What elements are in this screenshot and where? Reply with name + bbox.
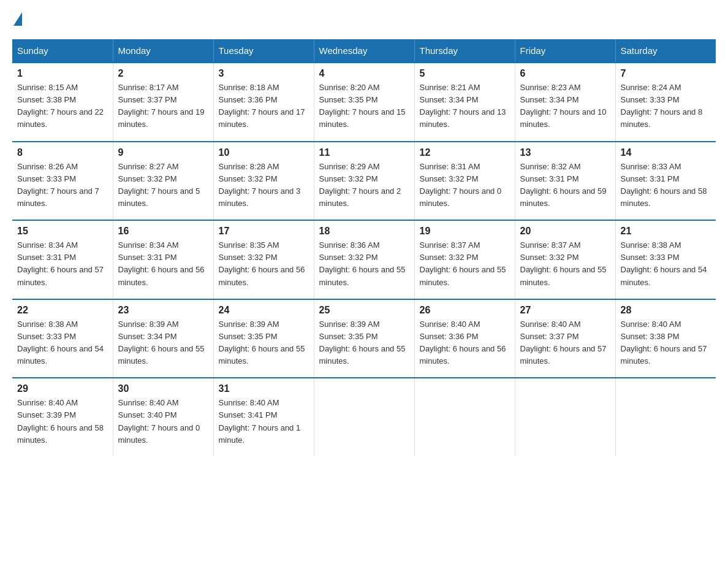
day-cell: 18 Sunrise: 8:36 AM Sunset: 3:32 PM Dayl… — [314, 220, 414, 299]
day-info: Sunrise: 8:40 AM Sunset: 3:39 PM Dayligh… — [17, 397, 108, 446]
day-info: Sunrise: 8:34 AM Sunset: 3:31 PM Dayligh… — [17, 239, 108, 289]
day-number: 7 — [621, 68, 711, 79]
day-number: 10 — [219, 147, 309, 158]
day-info: Sunrise: 8:35 AM Sunset: 3:32 PM Dayligh… — [219, 239, 309, 289]
day-cell — [414, 378, 515, 456]
day-cell: 10 Sunrise: 8:28 AM Sunset: 3:32 PM Dayl… — [213, 142, 314, 221]
day-cell: 16 Sunrise: 8:34 AM Sunset: 3:31 PM Dayl… — [113, 220, 213, 299]
day-number: 12 — [420, 147, 510, 158]
day-info: Sunrise: 8:23 AM Sunset: 3:34 PM Dayligh… — [520, 82, 610, 131]
day-number: 19 — [420, 226, 510, 237]
week-row-4: 22 Sunrise: 8:38 AM Sunset: 3:33 PM Dayl… — [12, 299, 716, 378]
day-cell: 19 Sunrise: 8:37 AM Sunset: 3:32 PM Dayl… — [414, 220, 515, 299]
day-info: Sunrise: 8:40 AM Sunset: 3:40 PM Dayligh… — [118, 397, 208, 446]
day-number: 13 — [520, 147, 610, 158]
calendar-table: SundayMondayTuesdayWednesdayThursdayFrid… — [12, 39, 716, 456]
day-cell: 3 Sunrise: 8:18 AM Sunset: 3:36 PM Dayli… — [213, 63, 314, 142]
day-number: 29 — [17, 383, 108, 394]
header-thursday: Thursday — [414, 39, 515, 63]
day-info: Sunrise: 8:24 AM Sunset: 3:33 PM Dayligh… — [621, 82, 711, 131]
day-cell: 22 Sunrise: 8:38 AM Sunset: 3:33 PM Dayl… — [12, 299, 113, 378]
day-cell: 13 Sunrise: 8:32 AM Sunset: 3:31 PM Dayl… — [515, 142, 615, 221]
day-info: Sunrise: 8:40 AM Sunset: 3:36 PM Dayligh… — [420, 318, 510, 368]
day-info: Sunrise: 8:39 AM Sunset: 3:34 PM Dayligh… — [118, 318, 208, 368]
day-number: 26 — [420, 305, 510, 316]
day-info: Sunrise: 8:31 AM Sunset: 3:32 PM Dayligh… — [420, 161, 510, 210]
day-cell: 25 Sunrise: 8:39 AM Sunset: 3:35 PM Dayl… — [314, 299, 414, 378]
week-row-3: 15 Sunrise: 8:34 AM Sunset: 3:31 PM Dayl… — [12, 220, 716, 299]
day-cell: 24 Sunrise: 8:39 AM Sunset: 3:35 PM Dayl… — [213, 299, 314, 378]
day-info: Sunrise: 8:40 AM Sunset: 3:41 PM Dayligh… — [219, 397, 309, 446]
day-cell — [515, 378, 615, 456]
day-number: 21 — [621, 226, 711, 237]
week-row-1: 1 Sunrise: 8:15 AM Sunset: 3:38 PM Dayli… — [12, 63, 716, 142]
week-row-2: 8 Sunrise: 8:26 AM Sunset: 3:33 PM Dayli… — [12, 142, 716, 221]
day-info: Sunrise: 8:38 AM Sunset: 3:33 PM Dayligh… — [621, 239, 711, 289]
day-number: 3 — [219, 68, 309, 79]
day-number: 30 — [118, 383, 208, 394]
day-number: 8 — [17, 147, 108, 158]
day-info: Sunrise: 8:36 AM Sunset: 3:32 PM Dayligh… — [319, 239, 409, 289]
day-info: Sunrise: 8:40 AM Sunset: 3:37 PM Dayligh… — [520, 318, 610, 368]
day-info: Sunrise: 8:40 AM Sunset: 3:38 PM Dayligh… — [621, 318, 711, 368]
day-info: Sunrise: 8:34 AM Sunset: 3:31 PM Dayligh… — [118, 239, 208, 289]
day-number: 24 — [219, 305, 309, 316]
day-info: Sunrise: 8:17 AM Sunset: 3:37 PM Dayligh… — [118, 82, 208, 131]
logo-triangle-icon — [13, 12, 22, 26]
day-number: 16 — [118, 226, 208, 237]
day-info: Sunrise: 8:39 AM Sunset: 3:35 PM Dayligh… — [319, 318, 409, 368]
day-cell: 31 Sunrise: 8:40 AM Sunset: 3:41 PM Dayl… — [213, 378, 314, 456]
day-info: Sunrise: 8:37 AM Sunset: 3:32 PM Dayligh… — [420, 239, 510, 289]
day-info: Sunrise: 8:15 AM Sunset: 3:38 PM Dayligh… — [17, 82, 108, 131]
day-cell: 1 Sunrise: 8:15 AM Sunset: 3:38 PM Dayli… — [12, 63, 113, 142]
day-cell: 29 Sunrise: 8:40 AM Sunset: 3:39 PM Dayl… — [12, 378, 113, 456]
calendar-header-row: SundayMondayTuesdayWednesdayThursdayFrid… — [12, 39, 716, 63]
day-cell: 8 Sunrise: 8:26 AM Sunset: 3:33 PM Dayli… — [12, 142, 113, 221]
day-info: Sunrise: 8:18 AM Sunset: 3:36 PM Dayligh… — [219, 82, 309, 131]
day-cell: 26 Sunrise: 8:40 AM Sunset: 3:36 PM Dayl… — [414, 299, 515, 378]
day-cell: 14 Sunrise: 8:33 AM Sunset: 3:31 PM Dayl… — [615, 142, 716, 221]
day-cell: 23 Sunrise: 8:39 AM Sunset: 3:34 PM Dayl… — [113, 299, 213, 378]
day-info: Sunrise: 8:27 AM Sunset: 3:32 PM Dayligh… — [118, 161, 208, 210]
header-wednesday: Wednesday — [314, 39, 414, 63]
day-cell: 30 Sunrise: 8:40 AM Sunset: 3:40 PM Dayl… — [113, 378, 213, 456]
day-number: 9 — [118, 147, 208, 158]
day-number: 5 — [420, 68, 510, 79]
day-cell: 5 Sunrise: 8:21 AM Sunset: 3:34 PM Dayli… — [414, 63, 515, 142]
day-number: 20 — [520, 226, 610, 237]
day-info: Sunrise: 8:29 AM Sunset: 3:32 PM Dayligh… — [319, 161, 409, 210]
day-cell: 27 Sunrise: 8:40 AM Sunset: 3:37 PM Dayl… — [515, 299, 615, 378]
day-cell: 20 Sunrise: 8:37 AM Sunset: 3:32 PM Dayl… — [515, 220, 615, 299]
day-number: 17 — [219, 226, 309, 237]
day-number: 14 — [621, 147, 711, 158]
day-info: Sunrise: 8:39 AM Sunset: 3:35 PM Dayligh… — [219, 318, 309, 368]
day-number: 18 — [319, 226, 409, 237]
day-cell: 4 Sunrise: 8:20 AM Sunset: 3:35 PM Dayli… — [314, 63, 414, 142]
day-cell: 6 Sunrise: 8:23 AM Sunset: 3:34 PM Dayli… — [515, 63, 615, 142]
header-friday: Friday — [515, 39, 615, 63]
day-number: 25 — [319, 305, 409, 316]
week-row-5: 29 Sunrise: 8:40 AM Sunset: 3:39 PM Dayl… — [12, 378, 716, 456]
day-cell: 7 Sunrise: 8:24 AM Sunset: 3:33 PM Dayli… — [615, 63, 716, 142]
day-cell: 17 Sunrise: 8:35 AM Sunset: 3:32 PM Dayl… — [213, 220, 314, 299]
day-number: 22 — [17, 305, 108, 316]
day-cell — [615, 378, 716, 456]
day-number: 4 — [319, 68, 409, 79]
day-number: 31 — [219, 383, 309, 394]
day-cell: 9 Sunrise: 8:27 AM Sunset: 3:32 PM Dayli… — [113, 142, 213, 221]
day-info: Sunrise: 8:26 AM Sunset: 3:33 PM Dayligh… — [17, 161, 108, 210]
day-cell: 11 Sunrise: 8:29 AM Sunset: 3:32 PM Dayl… — [314, 142, 414, 221]
day-number: 6 — [520, 68, 610, 79]
page-header — [12, 12, 716, 27]
day-number: 27 — [520, 305, 610, 316]
header-sunday: Sunday — [12, 39, 113, 63]
day-cell: 28 Sunrise: 8:40 AM Sunset: 3:38 PM Dayl… — [615, 299, 716, 378]
day-number: 1 — [17, 68, 108, 79]
day-info: Sunrise: 8:20 AM Sunset: 3:35 PM Dayligh… — [319, 82, 409, 131]
day-info: Sunrise: 8:32 AM Sunset: 3:31 PM Dayligh… — [520, 161, 610, 210]
day-number: 15 — [17, 226, 108, 237]
logo — [12, 12, 22, 27]
day-info: Sunrise: 8:33 AM Sunset: 3:31 PM Dayligh… — [621, 161, 711, 210]
day-info: Sunrise: 8:37 AM Sunset: 3:32 PM Dayligh… — [520, 239, 610, 289]
day-number: 2 — [118, 68, 208, 79]
